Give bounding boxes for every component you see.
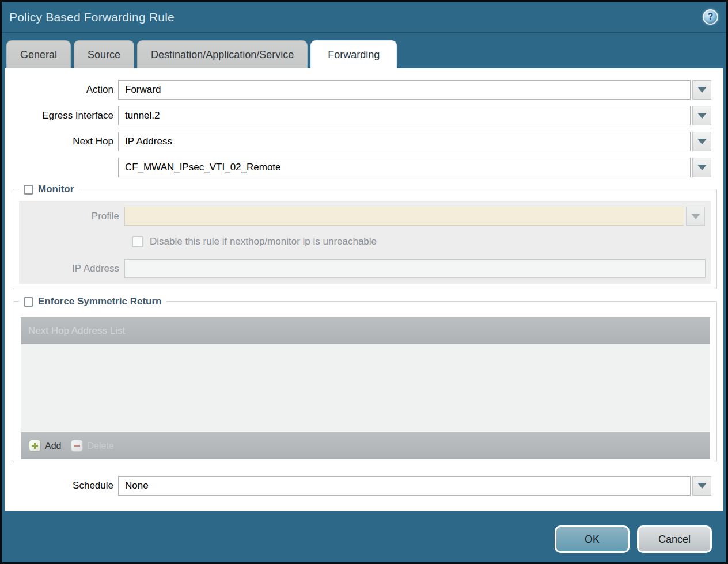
symmetric-return-checkbox[interactable]: [24, 297, 33, 307]
disable-rule-label: Disable this rule if nexthop/monitor ip …: [150, 236, 377, 247]
plus-icon: [29, 440, 41, 452]
disable-rule-row: Disable this rule if nexthop/monitor ip …: [132, 236, 711, 247]
dialog-footer: OK Cancel: [2, 511, 726, 562]
dialog-titlebar: Policy Based Forwarding Rule ?: [2, 2, 726, 33]
monitor-section: Monitor Profile Disable this rule if nex…: [13, 189, 717, 289]
next-hop-address-table-toolbar: Add Delete: [21, 432, 710, 459]
delete-button-disabled: Delete: [68, 439, 116, 453]
chevron-down-icon: [697, 87, 707, 93]
next-hop-label: Next Hop: [5, 136, 118, 147]
next-hop-address-table-header: Next Hop Address List: [21, 317, 710, 344]
help-glyph: ?: [708, 12, 714, 21]
action-row: Action Forward: [5, 80, 723, 100]
forwarding-tab-panel: Action Forward Egress Interface tunnel.2…: [5, 68, 723, 511]
tab-forwarding[interactable]: Forwarding: [310, 40, 397, 68]
chevron-down-icon: [697, 483, 707, 489]
monitor-legend: Monitor: [19, 184, 79, 195]
monitor-section-label: Monitor: [38, 184, 74, 195]
tab-destination-application-service[interactable]: Destination/Application/Service: [137, 40, 308, 68]
monitor-disabled-panel: Profile Disable this rule if nexthop/mon…: [19, 201, 711, 284]
monitor-ip-address-row: IP Address: [19, 259, 711, 278]
chevron-down-icon: [697, 139, 707, 144]
minus-icon: [71, 440, 83, 452]
action-label: Action: [5, 84, 118, 96]
egress-interface-dropdown-button[interactable]: [692, 106, 711, 125]
action-select[interactable]: Forward: [118, 80, 691, 100]
schedule-select[interactable]: None: [118, 476, 691, 496]
schedule-label: Schedule: [5, 480, 118, 491]
pbf-rule-dialog: Policy Based Forwarding Rule ? General S…: [0, 0, 728, 564]
monitor-checkbox[interactable]: [24, 185, 33, 195]
help-icon[interactable]: ?: [703, 9, 718, 25]
ok-button[interactable]: OK: [555, 525, 630, 553]
next-hop-type-select[interactable]: IP Address: [118, 132, 691, 151]
schedule-row: Schedule None: [5, 476, 723, 496]
symmetric-return-section-label: Enforce Symmetric Return: [38, 296, 161, 307]
dialog-title: Policy Based Forwarding Rule: [9, 10, 703, 24]
next-hop-address-row: CF_MWAN_IPsec_VTI_02_Remote: [5, 158, 723, 177]
symmetric-return-section: Enforce Symmetric Return Next Hop Addres…: [13, 301, 717, 462]
next-hop-address-table: Next Hop Address List Add Delete: [21, 317, 710, 459]
profile-select-disabled: [124, 207, 684, 226]
profile-label: Profile: [19, 211, 124, 222]
next-hop-address-dropdown-button[interactable]: [692, 158, 711, 177]
next-hop-address-column-header: Next Hop Address List: [28, 325, 125, 337]
profile-row: Profile: [19, 207, 711, 226]
add-button-label: Add: [45, 441, 61, 451]
tab-general[interactable]: General: [6, 40, 71, 68]
add-button[interactable]: Add: [26, 439, 64, 453]
tab-bar: General Source Destination/Application/S…: [2, 33, 726, 68]
cancel-button[interactable]: Cancel: [637, 525, 712, 553]
chevron-down-icon: [697, 165, 707, 170]
egress-interface-select[interactable]: tunnel.2: [118, 106, 691, 125]
tab-source[interactable]: Source: [74, 40, 134, 68]
monitor-ip-address-input-disabled: [124, 259, 706, 278]
disable-rule-checkbox-disabled: [132, 236, 143, 247]
next-hop-type-dropdown-button[interactable]: [692, 132, 711, 151]
egress-interface-label: Egress Interface: [5, 110, 118, 121]
symmetric-return-legend: Enforce Symmetric Return: [19, 296, 166, 307]
chevron-down-icon: [691, 214, 700, 219]
next-hop-row: Next Hop IP Address: [5, 132, 723, 151]
delete-button-label: Delete: [87, 441, 113, 451]
monitor-ip-address-label: IP Address: [19, 263, 124, 275]
chevron-down-icon: [697, 113, 707, 119]
schedule-dropdown-button[interactable]: [692, 476, 711, 496]
action-dropdown-button[interactable]: [692, 80, 711, 100]
profile-dropdown-button-disabled: [686, 207, 705, 226]
next-hop-address-table-body: [21, 344, 710, 432]
egress-interface-row: Egress Interface tunnel.2: [5, 106, 723, 125]
next-hop-address-select[interactable]: CF_MWAN_IPsec_VTI_02_Remote: [118, 158, 691, 177]
